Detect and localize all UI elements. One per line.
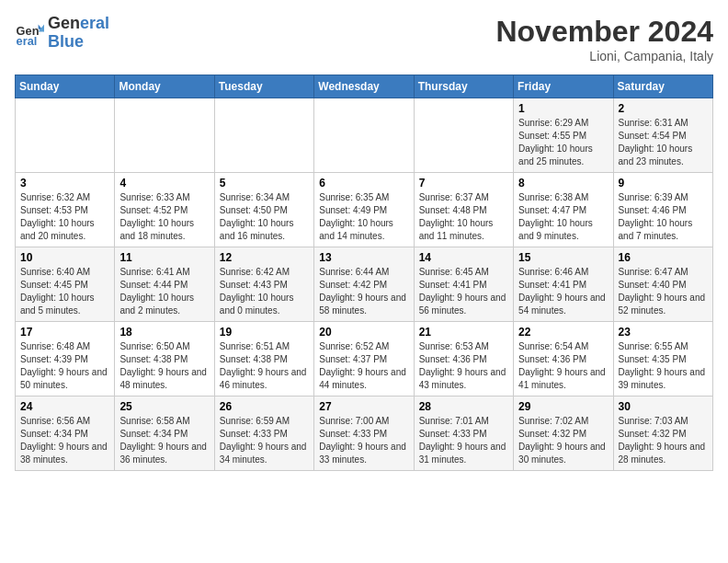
day-header-thursday: Thursday — [414, 75, 513, 98]
day-number: 23 — [619, 326, 708, 339]
calendar-cell: 10Sunrise: 6:40 AMSunset: 4:45 PMDayligh… — [16, 247, 115, 322]
calendar-cell: 12Sunrise: 6:42 AMSunset: 4:43 PMDayligh… — [214, 247, 313, 322]
day-info: Sunrise: 6:41 AMSunset: 4:44 PMDaylight:… — [119, 266, 209, 317]
day-info: Sunrise: 6:31 AMSunset: 4:54 PMDaylight:… — [619, 117, 708, 168]
logo: Gen eral General Blue — [15, 15, 109, 52]
day-header-wednesday: Wednesday — [314, 75, 414, 98]
day-info: Sunrise: 7:01 AMSunset: 4:33 PMDaylight:… — [419, 415, 508, 466]
calendar-cell — [414, 98, 513, 173]
day-info: Sunrise: 6:58 AMSunset: 4:34 PMDaylight:… — [119, 415, 209, 466]
day-number: 2 — [619, 102, 708, 115]
day-info: Sunrise: 6:46 AMSunset: 4:41 PMDaylight:… — [518, 266, 608, 317]
calendar-week-5: 24Sunrise: 6:56 AMSunset: 4:34 PMDayligh… — [16, 396, 713, 471]
day-info: Sunrise: 6:54 AMSunset: 4:36 PMDaylight:… — [518, 340, 608, 392]
day-info: Sunrise: 6:32 AMSunset: 4:53 PMDaylight:… — [20, 191, 109, 243]
calendar-cell: 5Sunrise: 6:34 AMSunset: 4:50 PMDaylight… — [214, 173, 313, 247]
calendar-cell: 21Sunrise: 6:53 AMSunset: 4:36 PMDayligh… — [414, 322, 513, 396]
day-info: Sunrise: 6:52 AMSunset: 4:37 PMDaylight:… — [319, 340, 408, 392]
day-number: 1 — [518, 102, 608, 115]
day-number: 3 — [20, 177, 109, 190]
day-number: 20 — [319, 326, 408, 339]
day-info: Sunrise: 6:53 AMSunset: 4:36 PMDaylight:… — [419, 340, 508, 392]
day-number: 30 — [619, 400, 708, 413]
day-number: 14 — [419, 251, 508, 264]
day-header-tuesday: Tuesday — [214, 75, 313, 98]
calendar-cell: 9Sunrise: 6:39 AMSunset: 4:46 PMDaylight… — [613, 173, 712, 247]
day-header-sunday: Sunday — [16, 75, 115, 98]
day-info: Sunrise: 6:38 AMSunset: 4:47 PMDaylight:… — [518, 191, 608, 243]
day-number: 8 — [518, 177, 608, 190]
day-info: Sunrise: 7:02 AMSunset: 4:32 PMDaylight:… — [518, 415, 608, 466]
day-number: 24 — [20, 400, 109, 413]
day-info: Sunrise: 6:59 AMSunset: 4:33 PMDaylight:… — [220, 415, 309, 466]
day-number: 19 — [220, 326, 309, 339]
calendar-week-3: 10Sunrise: 6:40 AMSunset: 4:45 PMDayligh… — [16, 247, 713, 322]
calendar-cell — [314, 98, 414, 173]
day-number: 10 — [20, 251, 109, 264]
calendar-cell: 25Sunrise: 6:58 AMSunset: 4:34 PMDayligh… — [115, 396, 214, 471]
day-number: 25 — [119, 400, 209, 413]
day-info: Sunrise: 6:29 AMSunset: 4:55 PMDaylight:… — [518, 117, 608, 168]
calendar-cell: 11Sunrise: 6:41 AMSunset: 4:44 PMDayligh… — [115, 247, 214, 322]
calendar-cell: 30Sunrise: 7:03 AMSunset: 4:32 PMDayligh… — [613, 396, 712, 471]
day-number: 18 — [119, 326, 209, 339]
calendar-cell — [115, 98, 214, 173]
day-info: Sunrise: 6:55 AMSunset: 4:35 PMDaylight:… — [619, 340, 708, 392]
day-info: Sunrise: 6:50 AMSunset: 4:38 PMDaylight:… — [119, 340, 209, 392]
svg-text:eral: eral — [17, 34, 38, 48]
logo-text: General Blue — [48, 15, 109, 52]
calendar-cell: 23Sunrise: 6:55 AMSunset: 4:35 PMDayligh… — [613, 322, 712, 396]
day-info: Sunrise: 6:48 AMSunset: 4:39 PMDaylight:… — [20, 340, 109, 392]
day-header-friday: Friday — [514, 75, 613, 98]
day-info: Sunrise: 6:35 AMSunset: 4:49 PMDaylight:… — [319, 191, 408, 243]
day-number: 16 — [619, 251, 708, 264]
day-number: 9 — [619, 177, 708, 190]
day-number: 17 — [20, 326, 109, 339]
calendar-cell: 15Sunrise: 6:46 AMSunset: 4:41 PMDayligh… — [514, 247, 613, 322]
calendar-cell: 2Sunrise: 6:31 AMSunset: 4:54 PMDaylight… — [613, 98, 712, 173]
calendar-cell: 16Sunrise: 6:47 AMSunset: 4:40 PMDayligh… — [613, 247, 712, 322]
day-header-monday: Monday — [115, 75, 214, 98]
title-block: November 2024 Lioni, Campania, Italy — [495, 15, 713, 63]
day-number: 12 — [220, 251, 309, 264]
day-number: 7 — [419, 177, 508, 190]
calendar-cell — [16, 98, 115, 173]
calendar-cell — [214, 98, 313, 173]
calendar-cell: 14Sunrise: 6:45 AMSunset: 4:41 PMDayligh… — [414, 247, 513, 322]
day-info: Sunrise: 6:40 AMSunset: 4:45 PMDaylight:… — [20, 266, 109, 317]
day-info: Sunrise: 6:51 AMSunset: 4:38 PMDaylight:… — [220, 340, 309, 392]
calendar-cell: 17Sunrise: 6:48 AMSunset: 4:39 PMDayligh… — [16, 322, 115, 396]
day-number: 26 — [220, 400, 309, 413]
day-number: 13 — [319, 251, 408, 264]
calendar-cell: 26Sunrise: 6:59 AMSunset: 4:33 PMDayligh… — [214, 396, 313, 471]
calendar-cell: 4Sunrise: 6:33 AMSunset: 4:52 PMDaylight… — [115, 173, 214, 247]
day-header-saturday: Saturday — [613, 75, 712, 98]
calendar-cell: 28Sunrise: 7:01 AMSunset: 4:33 PMDayligh… — [414, 396, 513, 471]
day-info: Sunrise: 6:33 AMSunset: 4:52 PMDaylight:… — [119, 191, 209, 243]
day-info: Sunrise: 6:37 AMSunset: 4:48 PMDaylight:… — [419, 191, 508, 243]
calendar-cell: 6Sunrise: 6:35 AMSunset: 4:49 PMDaylight… — [314, 173, 414, 247]
calendar-week-4: 17Sunrise: 6:48 AMSunset: 4:39 PMDayligh… — [16, 322, 713, 396]
calendar-cell: 29Sunrise: 7:02 AMSunset: 4:32 PMDayligh… — [514, 396, 613, 471]
day-info: Sunrise: 7:00 AMSunset: 4:33 PMDaylight:… — [319, 415, 408, 466]
day-number: 21 — [419, 326, 508, 339]
calendar-cell: 20Sunrise: 6:52 AMSunset: 4:37 PMDayligh… — [314, 322, 414, 396]
day-number: 29 — [518, 400, 608, 413]
logo-icon: Gen eral — [15, 18, 44, 48]
calendar-cell: 24Sunrise: 6:56 AMSunset: 4:34 PMDayligh… — [16, 396, 115, 471]
day-number: 6 — [319, 177, 408, 190]
day-number: 4 — [119, 177, 209, 190]
day-number: 28 — [419, 400, 508, 413]
calendar-cell: 1Sunrise: 6:29 AMSunset: 4:55 PMDaylight… — [514, 98, 613, 173]
day-info: Sunrise: 6:34 AMSunset: 4:50 PMDaylight:… — [220, 191, 309, 243]
day-info: Sunrise: 7:03 AMSunset: 4:32 PMDaylight:… — [619, 415, 708, 466]
day-number: 11 — [119, 251, 209, 264]
day-info: Sunrise: 6:44 AMSunset: 4:42 PMDaylight:… — [319, 266, 408, 317]
day-number: 5 — [220, 177, 309, 190]
calendar-cell: 3Sunrise: 6:32 AMSunset: 4:53 PMDaylight… — [16, 173, 115, 247]
calendar-cell: 8Sunrise: 6:38 AMSunset: 4:47 PMDaylight… — [514, 173, 613, 247]
day-number: 15 — [518, 251, 608, 264]
day-info: Sunrise: 6:56 AMSunset: 4:34 PMDaylight:… — [20, 415, 109, 466]
day-info: Sunrise: 6:47 AMSunset: 4:40 PMDaylight:… — [619, 266, 708, 317]
calendar-cell: 22Sunrise: 6:54 AMSunset: 4:36 PMDayligh… — [514, 322, 613, 396]
